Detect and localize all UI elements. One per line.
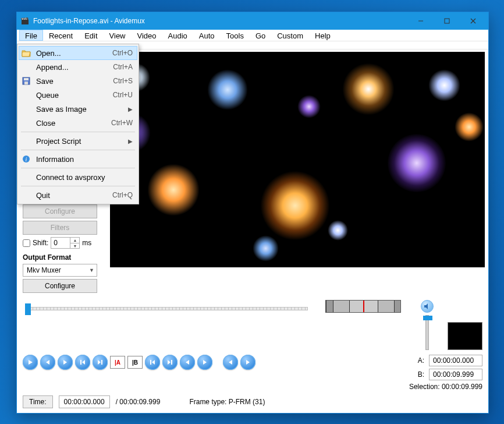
svg-marker-15 — [98, 360, 101, 365]
bottom-panel: |A |B A: 00:00:00.000 B: 00:00:09.999 — [17, 296, 488, 413]
menu-save[interactable]: Save Ctrl+S — [19, 74, 137, 88]
folder-open-icon — [21, 48, 31, 58]
menu-project-script[interactable]: Project Script ▶ — [19, 134, 137, 148]
prev-keyframe-button[interactable] — [75, 355, 90, 370]
window-title: Footlights-in-Repose.avi - Avidemux — [33, 17, 145, 25]
titlebar: Footlights-in-Repose.avi - Avidemux — [17, 12, 488, 30]
svg-marker-23 — [229, 360, 232, 365]
menu-edit[interactable]: Edit — [79, 30, 103, 41]
transport-controls: |A |B — [23, 355, 255, 370]
svg-rect-6 — [445, 19, 449, 23]
menu-open[interactable]: Open... Ctrl+O — [19, 46, 137, 60]
svg-rect-13 — [80, 360, 81, 365]
menu-help[interactable]: Help — [309, 30, 336, 41]
svg-text:i: i — [26, 156, 27, 162]
seek-bar[interactable] — [23, 300, 308, 316]
volume-slider[interactable] — [425, 315, 429, 350]
spin-down-icon[interactable]: ▼ — [70, 243, 79, 248]
svg-rect-16 — [101, 360, 102, 365]
video-preview — [110, 52, 485, 267]
menu-recent[interactable]: Recent — [43, 30, 79, 41]
svg-rect-27 — [24, 82, 28, 84]
svg-marker-19 — [168, 360, 171, 365]
svg-marker-18 — [152, 360, 155, 365]
goto-end-button[interactable] — [162, 355, 178, 370]
info-icon: i — [21, 154, 31, 164]
chevron-right-icon: ▶ — [128, 106, 133, 112]
output-format-value: Mkv Muxer — [27, 266, 61, 274]
menu-tools[interactable]: Tools — [221, 30, 250, 41]
prev-black-frame-button[interactable] — [223, 355, 238, 370]
minimize-button[interactable] — [407, 12, 434, 30]
output-configure-button[interactable]: Configure — [23, 279, 97, 293]
marker-b-label: B: — [418, 370, 424, 379]
next-frame-button[interactable] — [58, 355, 73, 370]
menu-quit[interactable]: Quit Ctrl+Q — [19, 188, 137, 202]
menu-append[interactable]: Append... Ctrl+A — [19, 60, 137, 74]
svg-marker-10 — [29, 360, 33, 365]
prev-frame-button[interactable] — [40, 355, 55, 370]
shift-label: Shift: — [33, 239, 48, 247]
time-label-button[interactable]: Time: — [23, 395, 53, 408]
marker-a-label: A: — [418, 356, 424, 365]
svg-marker-12 — [63, 360, 67, 365]
svg-marker-9 — [424, 303, 428, 309]
chevron-down-icon: ▼ — [89, 267, 94, 273]
menu-information[interactable]: i Information — [19, 152, 137, 166]
duration-label: / 00:00:09.999 — [116, 398, 161, 406]
time-value-input[interactable]: 00:00:00.000 — [59, 395, 110, 408]
audio-filters-button[interactable]: Filters — [23, 221, 97, 235]
marker-b-value: 00:00:09.999 — [429, 369, 482, 380]
goto-marker-a-button[interactable] — [180, 355, 195, 370]
menu-separator — [21, 150, 135, 150]
next-keyframe-button[interactable] — [93, 355, 108, 370]
maximize-button[interactable] — [434, 12, 460, 30]
menu-save-image[interactable]: Save as Image ▶ — [19, 102, 137, 116]
menu-close[interactable]: Close Ctrl+W — [19, 116, 137, 130]
thumbnail-preview — [448, 322, 482, 350]
menu-audio[interactable]: Audio — [162, 30, 193, 41]
menu-file[interactable]: File — [19, 30, 43, 41]
menu-separator — [21, 186, 135, 186]
spin-up-icon[interactable]: ▲ — [70, 238, 79, 243]
goto-start-button[interactable] — [145, 355, 160, 370]
menu-separator — [21, 132, 135, 132]
volume-thumb[interactable] — [423, 316, 432, 320]
svg-rect-17 — [150, 360, 151, 365]
chevron-right-icon: ▶ — [128, 138, 133, 144]
menu-view[interactable]: View — [104, 30, 132, 41]
svg-rect-0 — [22, 20, 29, 24]
set-marker-a-button[interactable]: |A — [110, 356, 125, 369]
next-black-frame-button[interactable] — [240, 355, 255, 370]
menu-auto[interactable]: Auto — [193, 30, 221, 41]
selection-label: Selection: 00:00:09.999 — [409, 383, 482, 391]
shift-checkbox[interactable] — [23, 239, 30, 247]
set-marker-b-button[interactable]: |B — [127, 356, 143, 369]
svg-marker-14 — [82, 360, 85, 365]
close-button[interactable] — [460, 12, 486, 30]
jog-wheel[interactable] — [325, 300, 401, 313]
svg-rect-20 — [171, 360, 172, 365]
svg-marker-22 — [203, 360, 207, 365]
goto-marker-b-button[interactable] — [197, 355, 212, 370]
shift-spinner[interactable]: 0 ▲▼ — [51, 237, 80, 249]
svg-rect-26 — [24, 78, 29, 80]
menu-avsproxy[interactable]: Connect to avsproxy — [19, 170, 137, 184]
speaker-icon[interactable] — [421, 300, 434, 313]
clapper-icon — [20, 16, 30, 26]
menubar: File Recent Edit View Video Audio Auto T… — [17, 30, 488, 41]
menu-separator — [21, 168, 135, 168]
output-format-combo[interactable]: Mkv Muxer ▼ — [23, 264, 97, 277]
menu-go[interactable]: Go — [250, 30, 271, 41]
menu-queue[interactable]: Queue Ctrl+U — [19, 88, 137, 102]
menu-custom[interactable]: Custom — [271, 30, 309, 41]
play-button[interactable] — [23, 355, 38, 370]
audio-configure-button[interactable]: Configure — [23, 204, 97, 218]
svg-marker-21 — [186, 360, 189, 365]
seek-thumb[interactable] — [25, 303, 31, 315]
frametype-label: Frame type: P-FRM (31) — [189, 398, 265, 406]
shift-unit: ms — [82, 239, 91, 247]
svg-marker-24 — [246, 360, 250, 365]
shift-value: 0 — [51, 239, 70, 247]
menu-video[interactable]: Video — [132, 30, 162, 41]
